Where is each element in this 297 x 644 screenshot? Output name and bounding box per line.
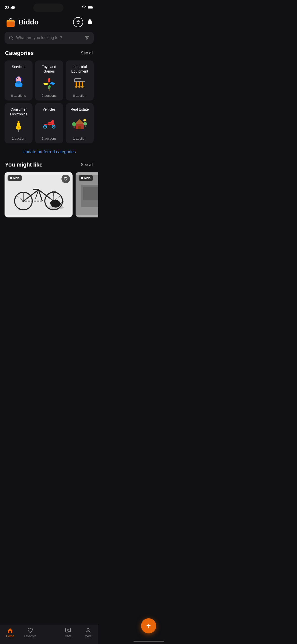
logo-icon: [5, 17, 16, 28]
category-toys[interactable]: Toys and Games 0 auctions: [35, 60, 63, 101]
svg-point-39: [53, 126, 54, 127]
svg-rect-63: [33, 189, 39, 190]
status-bar: 23:45: [0, 0, 98, 14]
you-might-like-title: You might like: [5, 162, 43, 168]
product-card-1[interactable]: 0 bids: [5, 172, 73, 217]
svg-rect-5: [7, 22, 15, 27]
products-scroll: 0 bids 0 bids: [0, 172, 98, 217]
bell-icon: [87, 19, 93, 26]
category-realestate-auctions: 1 auction: [73, 137, 86, 140]
you-might-like-see-all[interactable]: See all: [81, 163, 93, 167]
category-vehicles-name: Vehicles: [43, 107, 56, 112]
svg-marker-7: [76, 20, 80, 22]
svg-rect-15: [15, 79, 16, 81]
svg-rect-3: [88, 7, 92, 8]
svg-point-12: [17, 78, 18, 79]
svg-point-37: [45, 126, 46, 127]
svg-point-8: [90, 19, 90, 20]
categories-header: Categories See all: [0, 50, 98, 60]
svg-point-26: [76, 86, 77, 87]
battery-icon: [88, 6, 93, 10]
svg-point-0: [83, 9, 84, 9]
category-toys-auctions: 0 auctions: [42, 94, 56, 98]
search-bar[interactable]: [5, 32, 94, 44]
svg-point-49: [83, 122, 87, 125]
svg-rect-76: [83, 187, 98, 200]
category-toys-name: Toys and Games: [38, 65, 60, 74]
notification-button[interactable]: [87, 19, 93, 26]
svg-point-27: [79, 86, 80, 87]
category-industrial-auctions: 0 auction: [73, 94, 86, 98]
services-icon: [11, 74, 26, 89]
category-services-name: Services: [12, 65, 25, 69]
categories-see-all[interactable]: See all: [81, 51, 93, 55]
industrial-icon: [72, 76, 87, 91]
heart-icon-1: [64, 177, 68, 181]
category-industrial-name: Industrial Equipment: [68, 65, 91, 74]
svg-rect-20: [76, 82, 77, 86]
svg-rect-50: [85, 125, 86, 127]
electronics-icon: [11, 119, 26, 134]
svg-rect-6: [8, 21, 14, 22]
location-icon: [76, 20, 80, 24]
category-services-auctions: 0 auctions: [11, 94, 26, 98]
location-button[interactable]: [73, 17, 83, 27]
category-realestate[interactable]: Real Estate 1 auction: [66, 103, 94, 143]
realestate-icon: [72, 117, 87, 132]
svg-rect-16: [21, 79, 22, 81]
update-categories-anchor[interactable]: Update preferred categories: [22, 149, 76, 154]
product-card-2[interactable]: 0 bids: [76, 172, 98, 217]
svg-point-14: [16, 81, 21, 84]
category-electronics-auctions: 1 auction: [12, 137, 25, 140]
header-actions: [73, 17, 93, 27]
you-might-like-section: You might like See all: [0, 162, 98, 220]
svg-line-10: [12, 39, 13, 40]
category-vehicles[interactable]: Vehicles 2 auctions: [35, 103, 63, 143]
you-might-like-header: You might like See all: [0, 162, 98, 172]
category-services[interactable]: Services 0 auctions: [5, 60, 32, 101]
svg-rect-40: [52, 120, 54, 122]
category-industrial[interactable]: Industrial Equipment 0 auction: [66, 60, 94, 101]
fav-button-1[interactable]: [61, 175, 70, 183]
category-grid: Services 0 auctions Toys and Games 0 auc…: [0, 60, 98, 147]
filter-icon[interactable]: [85, 35, 90, 40]
bids-badge-1: 0 bids: [8, 175, 22, 181]
logo-text: Biddo: [19, 18, 39, 26]
svg-point-51: [83, 119, 86, 121]
bids-badge-2: 0 bids: [79, 175, 93, 181]
svg-marker-44: [75, 119, 85, 124]
search-input[interactable]: [16, 36, 82, 40]
svg-rect-2: [92, 7, 93, 8]
header: Biddo: [0, 14, 98, 32]
svg-rect-22: [82, 82, 83, 86]
vehicles-icon: [42, 117, 57, 132]
category-vehicles-auctions: 2 auctions: [42, 137, 56, 140]
category-realestate-name: Real Estate: [71, 107, 89, 112]
update-preferred-link[interactable]: Update preferred categories: [0, 147, 98, 162]
svg-rect-19: [75, 81, 85, 82]
svg-rect-21: [79, 82, 80, 86]
categories-title: Categories: [5, 50, 34, 56]
search-icon: [9, 35, 14, 40]
logo-area: Biddo: [5, 17, 39, 28]
svg-rect-48: [74, 126, 75, 128]
status-icons: [82, 6, 93, 10]
status-time: 23:45: [5, 6, 15, 10]
svg-point-28: [82, 86, 83, 87]
wifi-icon: [82, 6, 86, 10]
toys-icon: [42, 76, 57, 91]
svg-point-17: [48, 83, 50, 84]
category-electronics[interactable]: Consumer Electronics 1 auction: [5, 103, 32, 143]
dynamic-island: [33, 4, 63, 12]
svg-point-47: [72, 122, 76, 126]
svg-rect-46: [78, 126, 81, 129]
category-electronics-name: Consumer Electronics: [7, 107, 30, 116]
